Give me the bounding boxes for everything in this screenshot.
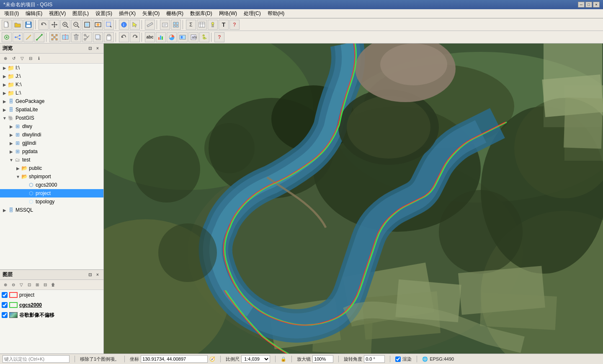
filter-layer-button[interactable]: ▽ bbox=[18, 281, 25, 289]
label-tool-button[interactable]: abc bbox=[145, 32, 155, 42]
location-search[interactable] bbox=[3, 355, 70, 363]
remove-layer-button[interactable]: ⊖ bbox=[10, 281, 17, 289]
minimize-button[interactable]: ─ bbox=[578, 2, 585, 8]
maximize-button[interactable]: □ bbox=[585, 2, 592, 8]
scale-dropdown[interactable]: 1:4,039 1:1,000 1:10,000 1:50,000 bbox=[241, 355, 270, 363]
delete-selected-button[interactable] bbox=[71, 32, 81, 42]
tips-button[interactable] bbox=[208, 20, 218, 30]
undo-edit-button[interactable] bbox=[119, 32, 129, 42]
text-annotation-button[interactable]: T bbox=[219, 20, 229, 30]
field-calc-button[interactable]: abc bbox=[188, 32, 198, 42]
browser-add-button[interactable]: ⊕ bbox=[2, 55, 9, 62]
browser-collapse-button[interactable]: ⊟ bbox=[27, 55, 34, 62]
browser-item-cgcs2000[interactable]: ⬡ cgcs2000 bbox=[0, 181, 103, 189]
menu-layer[interactable]: 图层(L) bbox=[70, 9, 91, 18]
close-button[interactable]: × bbox=[593, 2, 600, 8]
topology-button[interactable] bbox=[13, 32, 23, 42]
browser-info-button[interactable]: ℹ bbox=[35, 55, 43, 62]
menu-edit[interactable]: 编辑(E) bbox=[23, 9, 45, 18]
browser-item-mssql[interactable]: ▶ 🗄 MSSQL bbox=[0, 206, 103, 214]
layer-item-raster[interactable]: 谷歌影像不偏移 bbox=[0, 310, 103, 320]
select-location-button[interactable] bbox=[178, 32, 188, 42]
new-project-button[interactable] bbox=[2, 20, 12, 30]
menu-database[interactable]: 数据库(D) bbox=[188, 9, 215, 18]
select-button[interactable] bbox=[130, 20, 140, 30]
map-area[interactable] bbox=[104, 44, 603, 354]
help-button[interactable]: ? bbox=[229, 20, 240, 30]
menu-raster[interactable]: 栅格(R) bbox=[164, 9, 186, 18]
browser-item-j[interactable]: ▶ 📁 J:\ bbox=[0, 72, 103, 80]
browser-item-public[interactable]: ▶ 📂 public bbox=[0, 164, 103, 172]
browser-item-postgis[interactable]: ▼ 🐘 PostGIS bbox=[0, 114, 103, 122]
digitize-button[interactable] bbox=[2, 32, 12, 42]
paste-features-button[interactable] bbox=[104, 32, 114, 42]
zoom-full-button[interactable] bbox=[82, 20, 92, 30]
pan-map-button[interactable] bbox=[49, 20, 59, 30]
qgis-help-button[interactable]: ? bbox=[214, 32, 224, 42]
browser-filter-button[interactable]: ▽ bbox=[18, 55, 26, 62]
cut-features-button[interactable] bbox=[82, 32, 92, 42]
edit-pencil-button[interactable] bbox=[23, 32, 34, 42]
undo-button[interactable] bbox=[39, 20, 49, 30]
collapse-all-button[interactable]: ⊟ bbox=[41, 281, 49, 289]
menu-view[interactable]: 视图(V) bbox=[46, 9, 68, 18]
zoom-layer-button[interactable] bbox=[93, 20, 103, 30]
menu-processing[interactable]: 处理(C) bbox=[241, 9, 263, 18]
open-project-button[interactable] bbox=[13, 20, 23, 30]
rotation-input[interactable] bbox=[364, 355, 385, 363]
chart-button[interactable] bbox=[156, 32, 166, 42]
layer-item-cgcs2000[interactable]: cgcs2000 bbox=[0, 300, 103, 310]
add-line-button[interactable] bbox=[34, 32, 44, 42]
browser-item-gjjlindi[interactable]: ▶ ⊞ gjjlindi bbox=[0, 139, 103, 147]
layer-visibility-project[interactable] bbox=[2, 292, 8, 298]
layers-close-button[interactable]: × bbox=[94, 272, 101, 278]
browser-item-topology[interactable]: ⬡ topology bbox=[0, 197, 103, 206]
render-section[interactable]: 渲染 bbox=[395, 356, 412, 362]
node-tool-button[interactable] bbox=[49, 32, 59, 42]
browser-float-button[interactable]: ⊡ bbox=[87, 45, 93, 52]
menu-project[interactable]: 项目(I) bbox=[2, 9, 21, 18]
browser-item-l[interactable]: ▶ 📁 L:\ bbox=[0, 89, 103, 97]
browser-item-shpimport[interactable]: ▼ 📂 shpimport bbox=[0, 172, 103, 181]
redo-edit-button[interactable] bbox=[130, 32, 140, 42]
layers-float-button[interactable]: ⊡ bbox=[87, 272, 93, 278]
browser-close-button[interactable]: × bbox=[94, 45, 101, 52]
browser-item-dlwy[interactable]: ▶ ⊞ dlwy bbox=[0, 122, 103, 131]
copy-features-button[interactable] bbox=[93, 32, 103, 42]
diagram-button[interactable] bbox=[167, 32, 177, 42]
identify-button[interactable]: i bbox=[119, 20, 129, 30]
expand-all-button[interactable]: ⊞ bbox=[34, 281, 41, 289]
zoom-selection-button[interactable] bbox=[104, 20, 114, 30]
menu-vector[interactable]: 矢量(O) bbox=[140, 9, 162, 18]
browser-refresh-button[interactable]: ↺ bbox=[10, 55, 18, 62]
measure-button[interactable] bbox=[145, 20, 155, 30]
split-features-button[interactable] bbox=[60, 32, 70, 42]
statistics-button[interactable]: Σ bbox=[186, 20, 196, 30]
python-console-button[interactable]: 🐍 bbox=[199, 32, 209, 42]
browser-item-test[interactable]: ▼ 🗂 test bbox=[0, 156, 103, 164]
browser-item-dlwylindi[interactable]: ▶ ⊞ dlwylindi bbox=[0, 131, 103, 139]
crs-section[interactable]: 🌐 EPSG:4490 bbox=[422, 356, 454, 362]
location-search-input[interactable] bbox=[3, 355, 70, 363]
render-checkbox[interactable] bbox=[395, 356, 401, 362]
menu-plugins[interactable]: 插件(X) bbox=[116, 9, 138, 18]
layer-visibility-raster[interactable] bbox=[2, 312, 8, 318]
menu-network[interactable]: 网络(W) bbox=[216, 9, 240, 18]
browser-item-spatialite[interactable]: ▶ 🗄 SpatiaLite bbox=[0, 105, 103, 114]
browser-item-geopackage[interactable]: ▶ 🗄 GeoPackage bbox=[0, 97, 103, 105]
magnifier-input[interactable] bbox=[312, 355, 333, 363]
layer-visibility-cgcs2000[interactable] bbox=[2, 302, 8, 308]
coords-input[interactable] bbox=[141, 355, 208, 363]
zoom-out-button[interactable] bbox=[71, 20, 81, 30]
browser-item-pgdata[interactable]: ▶ ⊞ pgdata bbox=[0, 147, 103, 156]
remove-legend-button[interactable]: 🗑 bbox=[49, 281, 57, 289]
zoom-in-button[interactable] bbox=[60, 20, 70, 30]
save-project-button[interactable] bbox=[23, 20, 34, 30]
attribute-table-button[interactable] bbox=[197, 20, 207, 30]
browser-item-i[interactable]: ▶ 📁 I:\ bbox=[0, 64, 103, 72]
menu-settings[interactable]: 设置(S) bbox=[93, 9, 115, 18]
menu-help[interactable]: 帮助(H) bbox=[265, 9, 287, 18]
layer-item-project[interactable]: project bbox=[0, 290, 103, 300]
browser-item-k[interactable]: ▶ 📁 K:\ bbox=[0, 80, 103, 89]
filter-legend-button[interactable]: ⊡ bbox=[26, 281, 33, 289]
